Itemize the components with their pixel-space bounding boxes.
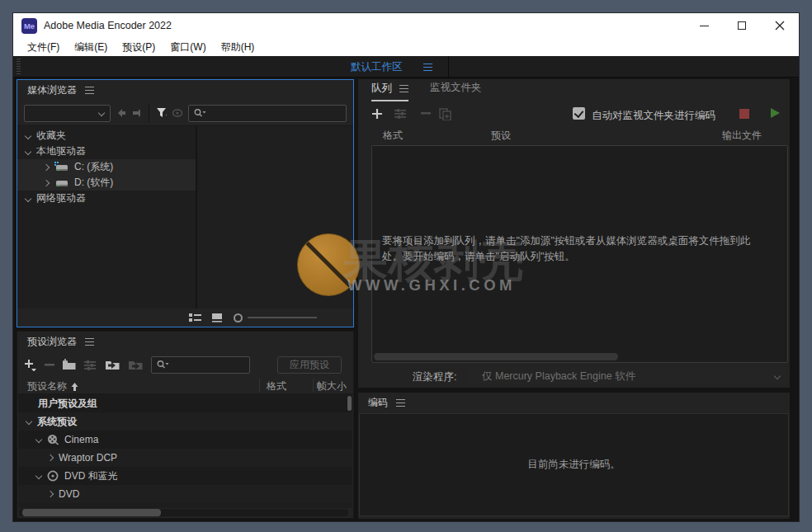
- new-preset-group-button[interactable]: [62, 359, 77, 370]
- drag-handle-icon[interactable]: [17, 59, 21, 75]
- renderer-dropdown[interactable]: 仅 Mercury Playback Engine 软件: [469, 368, 788, 385]
- preset-row-system-presets[interactable]: 系统预设: [18, 412, 352, 431]
- preset-browser-toolbar: 应用预设: [17, 352, 353, 377]
- menu-help[interactable]: 帮助(H): [214, 39, 262, 56]
- media-source-dropdown[interactable]: [24, 105, 111, 122]
- tree-item-favorites[interactable]: 收藏夹: [17, 128, 196, 144]
- workspace-menu-icon[interactable]: [423, 64, 432, 72]
- encoding-title: 编码: [368, 396, 388, 410]
- tree-item-network-drives[interactable]: 网络驱动器: [17, 191, 196, 206]
- column-preset[interactable]: 预设: [491, 129, 511, 143]
- tree-item-label: 网络驱动器: [36, 191, 86, 205]
- workspace-bar: 默认工作区: [13, 56, 799, 78]
- app-logo-text: Me: [24, 21, 35, 31]
- filter-icon[interactable]: [157, 108, 166, 119]
- tree-item-label: 收藏夹: [36, 129, 66, 143]
- horizontal-scrollbar[interactable]: [19, 509, 348, 516]
- tree-item-drive-d[interactable]: D: (软件): [17, 175, 196, 191]
- thumbnail-size-slider[interactable]: [234, 313, 317, 322]
- back-icon[interactable]: [116, 108, 125, 118]
- preset-settings-icon[interactable]: [84, 360, 97, 370]
- menubar: 文件(F) 编辑(E) 预设(P) 窗口(W) 帮助(H): [13, 38, 799, 56]
- menu-preset[interactable]: 预设(P): [115, 39, 163, 56]
- column-preset-name[interactable]: 预设名称: [27, 379, 78, 393]
- export-preset-button[interactable]: [128, 359, 144, 370]
- remove-preset-button[interactable]: [45, 363, 54, 366]
- queue-panel: 队列 监视文件夹 自动对监视文件夹进行编码 格式: [358, 79, 790, 388]
- menu-file[interactable]: 文件(F): [20, 39, 67, 56]
- preset-row-wraptor-dcp[interactable]: Wraptor DCP: [18, 449, 352, 467]
- queue-settings-icon[interactable]: [394, 108, 408, 120]
- start-queue-button[interactable]: [771, 108, 780, 118]
- stop-queue-button[interactable]: [739, 109, 749, 119]
- thumbnail-view-icon[interactable]: [211, 313, 224, 322]
- preset-browser-panel: 预设浏览器 应用预设: [17, 331, 354, 519]
- media-search-box: [188, 105, 347, 122]
- tree-item-drive-c[interactable]: C: (系统): [17, 159, 196, 175]
- encoding-menu-icon[interactable]: [396, 399, 405, 407]
- encoding-header: 编码: [358, 393, 790, 413]
- chevron-down-icon: [26, 418, 32, 425]
- remove-source-button[interactable]: [421, 112, 431, 115]
- column-format[interactable]: 格式: [267, 379, 286, 393]
- window-controls: [685, 13, 799, 38]
- maximize-icon: [738, 21, 746, 30]
- add-source-button[interactable]: [371, 108, 383, 120]
- preset-row-cinema[interactable]: Cinema: [18, 431, 352, 449]
- menu-window[interactable]: 窗口(W): [163, 39, 213, 56]
- media-search-input[interactable]: [210, 106, 341, 120]
- scrollbar-thumb[interactable]: [22, 509, 161, 516]
- media-browser-menu-icon[interactable]: [85, 87, 94, 95]
- preset-browser-header: 预设浏览器: [17, 332, 353, 352]
- preset-row-user-presets[interactable]: 用户预设及组: [18, 394, 352, 412]
- column-format[interactable]: 格式: [383, 129, 403, 143]
- preset-row-label: Cinema: [64, 434, 98, 445]
- duplicate-button[interactable]: [439, 108, 452, 120]
- preset-list: 用户预设及组 系统预设 Cinema Wraptor DCP: [18, 394, 352, 508]
- tab-label: 队列: [371, 82, 392, 96]
- slider-knob[interactable]: [234, 313, 243, 322]
- preset-row-dvd[interactable]: DVD: [18, 485, 352, 503]
- tree-item-label: D: (软件): [74, 176, 113, 190]
- chevron-right-icon: [47, 454, 54, 461]
- eye-icon[interactable]: [172, 108, 182, 118]
- preset-row-dvd-bluray[interactable]: DVD 和蓝光: [18, 467, 352, 485]
- chevron-right-icon: [43, 179, 50, 186]
- vertical-scrollbar-thumb[interactable]: [347, 396, 352, 411]
- queue-empty-message-line2: 处。要开始编码，请单击"启动队列"按钮。: [382, 249, 750, 265]
- tree-item-local-drives[interactable]: 本地驱动器: [17, 144, 196, 159]
- drive-icon: [54, 177, 68, 188]
- auto-encode-checkbox[interactable]: [573, 107, 585, 120]
- horizontal-scrollbar-thumb[interactable]: [374, 353, 618, 360]
- close-icon: [775, 21, 785, 31]
- column-frame-size[interactable]: 帧大小: [317, 379, 347, 393]
- apply-preset-button[interactable]: 应用预设: [277, 356, 342, 374]
- tree-item-label: C: (系统): [74, 160, 113, 174]
- media-browser-title: 媒体浏览器: [27, 83, 77, 97]
- preset-browser-menu-icon[interactable]: [85, 338, 94, 346]
- workspace-name[interactable]: 默认工作区: [351, 60, 403, 74]
- forward-icon[interactable]: [131, 108, 140, 118]
- preset-search-input[interactable]: [172, 358, 244, 371]
- queue-tabbar: 队列 监视文件夹: [358, 79, 790, 101]
- chevron-down-icon: [97, 109, 104, 115]
- tab-watch-folders[interactable]: 监视文件夹: [430, 81, 482, 101]
- maximize-button[interactable]: [723, 13, 761, 38]
- preset-row-label: 用户预设及组: [38, 397, 97, 411]
- close-button[interactable]: [761, 13, 799, 38]
- add-preset-button[interactable]: [24, 359, 37, 371]
- chevron-down-icon: [25, 132, 31, 139]
- tab-queue[interactable]: 队列: [371, 82, 408, 101]
- app-window: Me Adobe Media Encoder 2022 文件(F) 编辑(E) …: [13, 13, 799, 521]
- import-preset-button[interactable]: [105, 359, 120, 370]
- minimize-button[interactable]: [685, 13, 723, 38]
- film-reel-icon: [47, 434, 59, 445]
- column-output-file[interactable]: 输出文件: [722, 129, 762, 143]
- minimize-icon: [700, 26, 709, 26]
- queue-menu-icon[interactable]: [399, 85, 408, 93]
- menu-edit[interactable]: 编辑(E): [67, 39, 115, 56]
- queue-empty-message: 要将项目添加到队列，请单击"添加源"按钮或者从媒体浏览器或桌面将文件拖到此 处。…: [382, 233, 750, 265]
- list-view-icon[interactable]: [189, 313, 201, 322]
- preset-column-headers: 预设名称 格式 帧大小: [17, 377, 353, 394]
- auto-encode-label[interactable]: 自动对监视文件夹进行编码: [592, 109, 715, 123]
